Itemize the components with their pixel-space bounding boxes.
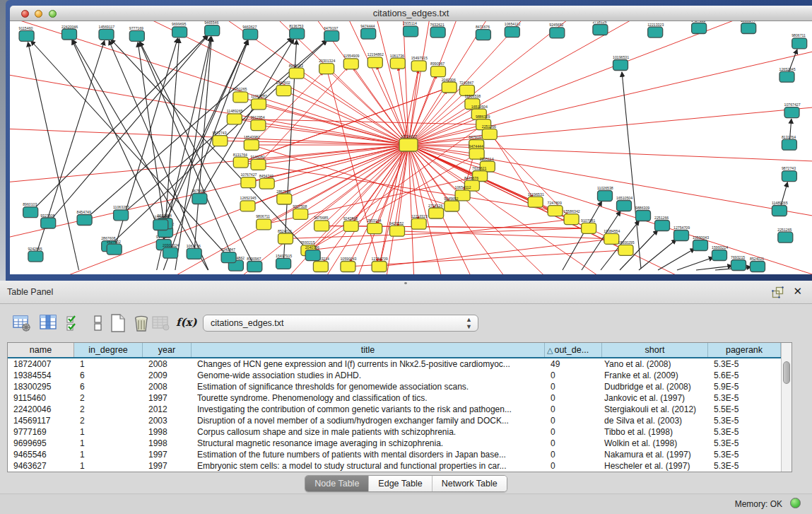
select-columns-icon[interactable] (39, 313, 59, 333)
table-cell[interactable]: 22420046 (8, 404, 74, 415)
table-cell[interactable]: 19384554 (8, 370, 74, 381)
network-node[interactable] (319, 64, 334, 74)
network-node[interactable] (313, 262, 328, 272)
network-node[interactable] (399, 139, 418, 151)
table-cell[interactable]: 1 (74, 358, 143, 370)
column-header-name[interactable]: name (8, 343, 74, 357)
table-row[interactable]: 1872400712008Changes of HCN gene express… (8, 358, 792, 370)
table-cell[interactable]: Corpus callosum shape and size in male p… (192, 426, 545, 438)
table-cell[interactable]: 1997 (143, 392, 192, 404)
table-row[interactable]: 2242004622012Investigating the contribut… (8, 404, 792, 415)
table-row[interactable]: 946554611997Estimation of the future num… (8, 449, 792, 460)
table-cell[interactable]: 1 (74, 460, 143, 472)
network-node[interactable] (613, 60, 628, 71)
network-node[interactable] (482, 129, 497, 139)
table-cell[interactable]: Embryonic stem cells: a model to study s… (192, 460, 545, 472)
network-node[interactable] (548, 206, 563, 216)
table-cell[interactable]: 14569117 (8, 415, 74, 426)
table-cell[interactable]: 5.3E-5 (708, 392, 781, 404)
network-node[interactable] (411, 218, 426, 229)
table-cell[interactable]: 0 (545, 438, 602, 449)
table-cell[interactable]: Wolkin et al. (1998) (602, 438, 708, 449)
network-node[interactable] (731, 260, 746, 271)
network-node[interactable] (372, 262, 387, 272)
network-node[interactable] (192, 194, 207, 204)
network-node[interactable] (564, 214, 579, 225)
tab-edge-table[interactable]: Edge Table (368, 476, 431, 491)
table-cell[interactable]: 2012 (143, 404, 192, 415)
table-cell[interactable]: 2 (74, 404, 143, 415)
network-node[interactable] (712, 250, 727, 261)
table-cell[interactable]: Stergiakouli et al. (2012) (602, 404, 708, 415)
network-node[interactable] (361, 28, 376, 39)
network-node[interactable] (129, 30, 144, 41)
network-node[interactable] (343, 221, 358, 231)
network-node[interactable] (429, 208, 444, 218)
float-panel-icon[interactable] (772, 286, 784, 298)
table-cell[interactable]: 5.3E-5 (708, 438, 781, 449)
network-node[interactable] (390, 226, 405, 236)
table-cell[interactable]: de Silva et al. (2003) (602, 415, 708, 426)
network-node[interactable] (293, 209, 308, 219)
table-cell[interactable]: 6 (74, 381, 143, 392)
network-node[interactable] (782, 139, 796, 150)
table-cell[interactable]: Investigating the contribution of common… (192, 404, 545, 415)
network-node[interactable] (430, 27, 445, 37)
network-node[interactable] (779, 71, 794, 82)
network-node[interactable] (782, 171, 796, 182)
network-node[interactable] (163, 247, 178, 258)
column-header-in_degree[interactable]: in_degree (74, 343, 143, 357)
network-node[interactable] (41, 218, 56, 228)
table-cell[interactable]: 9465546 (8, 449, 74, 460)
select-rows-icon[interactable] (65, 313, 85, 333)
table-cell[interactable]: 9699695 (8, 438, 74, 449)
network-canvas[interactable]: 6479197947444429351147632621847167610654… (10, 21, 812, 274)
network-node[interactable] (114, 210, 129, 221)
table-cell[interactable]: 5.3E-5 (708, 426, 781, 438)
table-cell[interactable]: Estimation of the future numbers of pati… (192, 449, 545, 460)
network-node[interactable] (341, 262, 355, 272)
network-node[interactable] (528, 197, 543, 207)
network-node[interactable] (251, 159, 266, 170)
table-cell[interactable]: 18300295 (8, 381, 74, 392)
network-node[interactable] (674, 230, 689, 241)
function-builder-icon[interactable]: f(x) (176, 316, 196, 336)
network-node[interactable] (233, 92, 248, 103)
tab-network-table[interactable]: Network Table (432, 476, 507, 491)
table-cell[interactable]: 1 (74, 426, 143, 438)
table-cell[interactable]: 5.3E-5 (708, 460, 781, 472)
network-node[interactable] (476, 30, 490, 40)
table-cell[interactable]: 0 (545, 381, 602, 392)
network-node[interactable] (598, 191, 613, 201)
table-cell[interactable]: Genome-wide association studies in ADHD. (192, 370, 545, 381)
network-node[interactable] (107, 244, 122, 255)
table-row[interactable]: 977716911998Corpus callosum shape and si… (8, 426, 792, 438)
network-node[interactable] (277, 194, 292, 204)
network-node[interactable] (289, 68, 304, 78)
table-cell[interactable]: 5.9E-5 (708, 381, 781, 392)
network-node[interactable] (582, 223, 596, 233)
network-node[interactable] (233, 157, 248, 168)
table-cell[interactable]: 2 (74, 392, 143, 404)
table-cell[interactable]: 0 (545, 404, 602, 415)
table-cell[interactable]: 9777169 (8, 426, 74, 438)
network-node[interactable] (741, 23, 756, 34)
network-node[interactable] (314, 221, 329, 231)
network-node[interactable] (411, 61, 426, 71)
network-node[interactable] (778, 232, 793, 243)
network-node[interactable] (505, 27, 519, 37)
network-node[interactable] (153, 220, 168, 230)
network-node[interactable] (252, 99, 266, 110)
table-cell[interactable]: 49 (545, 358, 602, 370)
table-cell[interactable]: Dudbridge et al. (2008) (602, 381, 708, 392)
network-node[interactable] (692, 23, 707, 34)
table-cell[interactable]: 0 (545, 415, 602, 426)
table-row[interactable]: 1456911722003Disruption of a novel membe… (8, 415, 792, 426)
table-cell[interactable]: 5.5E-5 (708, 404, 781, 415)
table-cell[interactable]: Tourette syndrome. Phenomenology and cla… (192, 392, 545, 404)
network-node[interactable] (617, 201, 632, 211)
network-node[interactable] (442, 82, 457, 93)
table-cell[interactable]: Changes of HCN gene expression and I(f) … (192, 358, 545, 370)
network-node[interactable] (751, 262, 765, 272)
network-node[interactable] (243, 29, 258, 40)
